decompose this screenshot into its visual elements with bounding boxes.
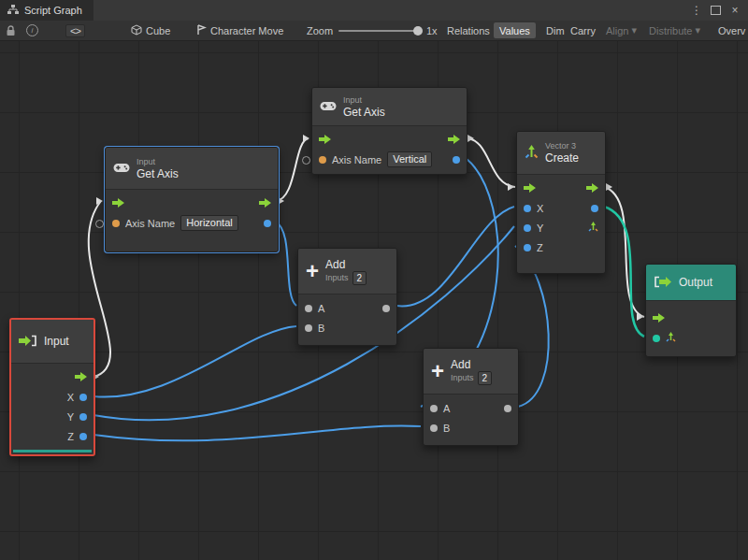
distribute-dropdown[interactable]: Distribute ▾ (643, 21, 706, 40)
node-graph-input[interactable]: Input X Y Z (9, 318, 95, 456)
node-title: Add (451, 358, 492, 371)
values-button[interactable]: Values (494, 21, 536, 40)
sum-port[interactable] (382, 305, 390, 312)
port-y[interactable] (79, 413, 87, 421)
maximize-icon[interactable] (711, 6, 721, 15)
control-arrowhead (606, 183, 612, 191)
control-arrowhead (508, 183, 514, 191)
value-in-port[interactable] (653, 335, 660, 342)
inputs-label: Inputs (325, 273, 349, 283)
cube-icon (131, 24, 142, 37)
flow-out-port[interactable] (586, 183, 598, 194)
node-category: Input (343, 95, 385, 106)
tab-script-graph[interactable]: Script Graph (0, 0, 94, 21)
overview-button[interactable]: Overv (712, 21, 748, 40)
node-header: Output (646, 265, 736, 301)
control-arrowhead (468, 135, 474, 142)
sum-port[interactable] (504, 405, 511, 412)
result-port[interactable] (264, 220, 271, 227)
menu-icon[interactable]: ⋮ (689, 4, 704, 17)
zoom-slider-knob[interactable] (413, 26, 423, 36)
node-title: Create (545, 151, 579, 165)
axis-name-port[interactable] (302, 156, 310, 165)
chevron-down-icon: ▾ (632, 24, 638, 36)
code-toggle-button[interactable]: <> (65, 21, 85, 40)
control-arrowhead (637, 313, 643, 321)
gamepad-icon (113, 162, 130, 176)
node-add-2[interactable]: + Add Inputs 2 A B (423, 348, 519, 446)
port-x[interactable] (79, 394, 87, 401)
node-title: Add (325, 258, 367, 271)
port-x[interactable] (524, 205, 531, 212)
zoom-slider[interactable] (338, 21, 421, 40)
node-get-axis-vertical[interactable]: Input Get Axis Axis Name Vertical (311, 87, 468, 175)
node-header: Input Get Axis (312, 88, 467, 126)
zoom-slider-track[interactable] (338, 30, 421, 32)
axis-name-field[interactable]: Vertical (387, 151, 432, 167)
wire-horizontal-to-add1-a (276, 222, 296, 306)
axis-name-label: Axis Name (125, 218, 175, 229)
port-y-label: Y (67, 411, 74, 423)
port-x-label: X (67, 392, 74, 403)
window-title-bar: Script Graph ⋮ × (0, 0, 748, 21)
node-title: Get Axis (137, 167, 179, 180)
node-header: + Add Inputs 2 (424, 349, 518, 395)
axis-name-type-dot[interactable] (319, 156, 326, 164)
node-title: Output (679, 276, 712, 289)
wire-input-z-to-add2-b (94, 425, 421, 440)
port-z[interactable] (79, 433, 87, 440)
port-y[interactable] (524, 224, 531, 232)
flow-out-port[interactable] (448, 135, 460, 146)
port-z-label: Z (537, 242, 543, 253)
relations-button[interactable]: Relations (441, 21, 496, 40)
node-category: Vector 3 (545, 141, 579, 151)
node-title: Input (44, 335, 69, 348)
port-z[interactable] (524, 244, 531, 251)
node-header: Vector 3 Create (517, 132, 605, 175)
inputs-count-field[interactable]: 2 (478, 371, 493, 385)
flow-in-port[interactable] (653, 313, 665, 324)
port-a[interactable] (305, 305, 312, 312)
flow-out-port[interactable] (259, 198, 271, 209)
wire-control-getaxis-vertical-to-vector3 (466, 138, 515, 187)
axis-name-port[interactable] (95, 220, 104, 228)
wire-vector3-result-to-output (604, 207, 644, 337)
carry-button[interactable]: Carry (565, 21, 601, 40)
axis-name-field[interactable]: Horizontal (180, 215, 238, 231)
flow-in-port[interactable] (319, 135, 331, 146)
axis-name-type-dot[interactable] (112, 220, 120, 227)
control-arrowhead (96, 197, 103, 205)
wire-input-x-to-add1-b (94, 326, 296, 397)
flow-out-port[interactable] (75, 372, 87, 383)
result-port[interactable] (453, 156, 460, 164)
flow-in-port[interactable] (112, 198, 124, 209)
flow-in-port[interactable] (524, 183, 536, 194)
node-add-1[interactable]: + Add Inputs 2 A B (297, 248, 397, 346)
close-icon[interactable]: × (727, 4, 742, 17)
wire-control-getaxis-horizontal-to-vertical (276, 138, 309, 201)
zoom-label: Zoom (307, 21, 333, 40)
character-move-button[interactable]: Character Move (196, 21, 283, 40)
inputs-count-field[interactable]: 2 (352, 271, 367, 285)
lock-icon[interactable] (6, 21, 16, 40)
graph-canvas[interactable]: Input Get Axis Axis Name Vertical (0, 40, 748, 560)
port-b[interactable] (430, 424, 438, 432)
align-dropdown[interactable]: Align ▾ (600, 21, 642, 40)
script-graph-icon (7, 4, 19, 17)
node-get-axis-horizontal[interactable]: Input Get Axis Axis Name Horizontal (105, 147, 279, 252)
vector3-type-icon (588, 222, 598, 234)
node-vector3-create[interactable]: Vector 3 Create X Y (516, 131, 606, 274)
port-b[interactable] (305, 324, 312, 332)
input-node-accent-strip (13, 450, 92, 452)
gameobject-cube-button[interactable]: Cube (131, 21, 170, 40)
node-graph-output[interactable]: Output (645, 264, 737, 357)
control-arrowhead (303, 135, 309, 142)
port-b-label: B (318, 323, 324, 334)
zoom-value: 1x (426, 21, 438, 40)
result-port[interactable] (591, 205, 598, 212)
port-a[interactable] (430, 405, 438, 412)
node-header: Input Get Axis (106, 148, 278, 190)
info-icon[interactable]: i (26, 21, 38, 40)
port-x-label: X (537, 203, 543, 214)
wire-add1-to-vector3-x (396, 207, 514, 306)
